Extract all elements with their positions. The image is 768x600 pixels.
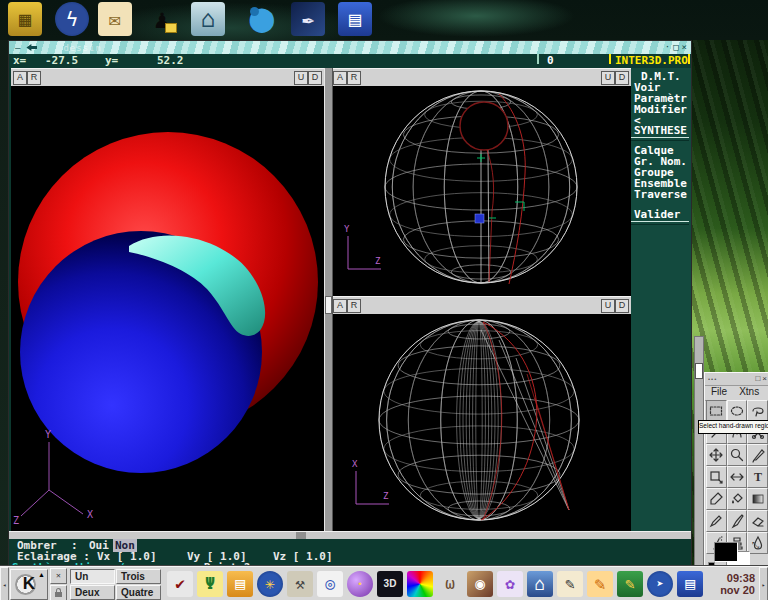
toolbox-maximize-icon[interactable]: □ xyxy=(755,375,760,383)
k-menu-arrow-icon: ▲ xyxy=(38,571,45,578)
pin-icon[interactable] xyxy=(26,44,37,51)
counter-value: 0 xyxy=(547,54,554,68)
tool-ellipse-select[interactable] xyxy=(727,400,748,422)
viewport-button-a[interactable]: A xyxy=(333,299,347,313)
viewport-button-u[interactable]: U xyxy=(601,299,615,313)
viewport-button-d[interactable]: D xyxy=(615,299,629,313)
tool-eraser[interactable] xyxy=(747,510,768,532)
icon-editor-icon[interactable]: ✎ xyxy=(557,571,583,597)
k-menu-button[interactable]: K ▲ xyxy=(10,569,48,600)
tool-move[interactable] xyxy=(706,444,727,466)
viewport-button-r[interactable]: R xyxy=(27,71,41,85)
tool-pencil[interactable] xyxy=(706,510,727,532)
viewport-button-u[interactable]: U xyxy=(601,71,615,85)
separator xyxy=(537,54,539,64)
gimp-wilber-icon[interactable]: ω xyxy=(437,571,463,597)
pager-desktop-deux[interactable]: Deux xyxy=(70,585,115,600)
color-palette-icon[interactable] xyxy=(407,571,433,597)
menu-item-valider[interactable]: Valider xyxy=(634,208,680,221)
close-icon[interactable]: × xyxy=(682,43,687,52)
pencil-icon[interactable]: ✎ xyxy=(587,571,613,597)
side-strip-handle[interactable] xyxy=(695,363,703,379)
molecule-icon[interactable]: • xyxy=(347,571,373,597)
pager-desktop-un[interactable]: Un xyxy=(70,569,115,584)
separator-yellow-2 xyxy=(688,54,690,64)
tool-zoom[interactable] xyxy=(727,444,748,466)
viewport-button-r[interactable]: R xyxy=(347,299,361,313)
package-tools-icon[interactable]: ⚒ xyxy=(287,571,313,597)
foreground-color-swatch[interactable] xyxy=(714,542,738,562)
window-titlebar[interactable]: — dessin · □ × xyxy=(9,41,691,54)
3d-icon[interactable]: 3D xyxy=(377,571,403,597)
tux-folder-icon[interactable]: ♟ xyxy=(145,2,179,36)
tool-crop[interactable] xyxy=(747,444,768,466)
pager-desktop-quatre[interactable]: Quatre xyxy=(116,585,161,600)
ant-icon[interactable]: ⬤ xyxy=(245,2,279,36)
dart-globe-icon[interactable]: ➤ xyxy=(647,571,673,597)
window-ops-button[interactable]: ✕ xyxy=(50,568,67,584)
home-globe-icon[interactable]: ⌂ xyxy=(527,571,553,597)
toolbox-menu-file[interactable]: File xyxy=(705,385,733,400)
toolbox-close-icon[interactable]: × xyxy=(762,375,767,383)
tool-transform[interactable] xyxy=(706,466,727,488)
pager-desktop-trois[interactable]: Trois xyxy=(116,569,161,584)
mail-icon[interactable]: ✉ xyxy=(98,2,132,36)
tool-text[interactable]: T xyxy=(747,466,768,488)
swap-colors-icon[interactable]: ⤡ xyxy=(752,540,759,551)
menu-item-modifier[interactable]: Modifier xyxy=(634,103,687,116)
axis-label-y: Y xyxy=(45,429,51,440)
panel-clock[interactable]: 09:38 nov 20 xyxy=(720,572,755,596)
menu-item-traverse[interactable]: Traverse xyxy=(634,188,687,201)
viewport-shaded-3d[interactable]: Y X Z xyxy=(11,86,324,531)
tool-free-select[interactable] xyxy=(747,400,768,422)
tool-rect-select[interactable] xyxy=(706,400,727,422)
toolbox-menu-xtns[interactable]: Xtns xyxy=(733,385,765,400)
viewport-divider[interactable] xyxy=(324,68,333,531)
menu-separator xyxy=(631,137,689,141)
menu-item-synthese[interactable]: SYNTHESE xyxy=(634,124,687,137)
folder-icon[interactable]: ▤ xyxy=(227,571,253,597)
panel-hide-left[interactable]: ◂ xyxy=(0,567,9,600)
viewport-button-u[interactable]: U xyxy=(294,71,308,85)
notepad-app-icon[interactable]: ▤ xyxy=(677,571,703,597)
notepad-icon[interactable]: ▤ xyxy=(338,2,372,36)
shade-icon[interactable]: · xyxy=(665,43,670,52)
side-scroll-strip[interactable] xyxy=(694,336,704,568)
viewport-button-r[interactable]: R xyxy=(347,71,361,85)
tool-gradient[interactable] xyxy=(747,488,768,510)
viewport-button-a[interactable]: A xyxy=(13,71,27,85)
notes-book-icon[interactable]: ✎ xyxy=(617,571,643,597)
sphere-cavity xyxy=(460,102,508,150)
terminal-check-icon[interactable]: ✔ xyxy=(167,571,193,597)
tool-paintbrush[interactable] xyxy=(727,510,748,532)
viewport-button-d[interactable]: D xyxy=(308,71,322,85)
divider-handle[interactable] xyxy=(325,296,332,314)
viewport-button-a[interactable]: A xyxy=(333,71,347,85)
screen: ▦ ϟ ✉ ♟ ⌂ ⬤ ✒ ▤ — dessin · □ × x= -27.5 … xyxy=(0,0,768,600)
app-name: INTER3D.PRO xyxy=(615,54,688,68)
home-icon[interactable]: ⌂ xyxy=(191,2,225,36)
maximize-icon[interactable]: □ xyxy=(673,43,678,52)
panel-hide-right[interactable]: ▸ xyxy=(759,567,768,600)
find-document-icon[interactable]: ◎ xyxy=(317,571,343,597)
pen-icon[interactable]: ✒ xyxy=(291,2,325,36)
clock-time: 09:38 xyxy=(720,572,755,584)
flower-icon[interactable]: ✿ xyxy=(497,571,523,597)
viewport-button-d[interactable]: D xyxy=(615,71,629,85)
vz-value[interactable]: Vz [ 1.0] xyxy=(273,550,333,563)
tool-color-picker[interactable] xyxy=(706,488,727,510)
photo-icon[interactable]: ◉ xyxy=(467,571,493,597)
taskbar: ◂ K ▲ ✕ Un Trois Deux Quatre ✔ Ψ ▤ ✳ ⚒ ◎… xyxy=(0,566,768,600)
skier-icon[interactable]: ϟ xyxy=(55,2,89,36)
lock-screen-button[interactable] xyxy=(50,585,67,600)
viewport-wireframe-front[interactable]: Y Z xyxy=(331,86,631,296)
tool-bucket-fill[interactable] xyxy=(727,488,748,510)
wheel-icon[interactable]: ✳ xyxy=(257,571,283,597)
palm-files-icon[interactable]: Ψ xyxy=(197,571,223,597)
package-icon[interactable]: ▦ xyxy=(8,2,42,36)
tool-flip[interactable] xyxy=(727,466,748,488)
minimize-icon[interactable]: — xyxy=(15,43,20,53)
tooltip: Select hand-drawn regions xyxy=(698,420,768,434)
axis-label-z: Z xyxy=(383,491,389,501)
viewport-wireframe-side[interactable]: X Z xyxy=(331,314,631,531)
